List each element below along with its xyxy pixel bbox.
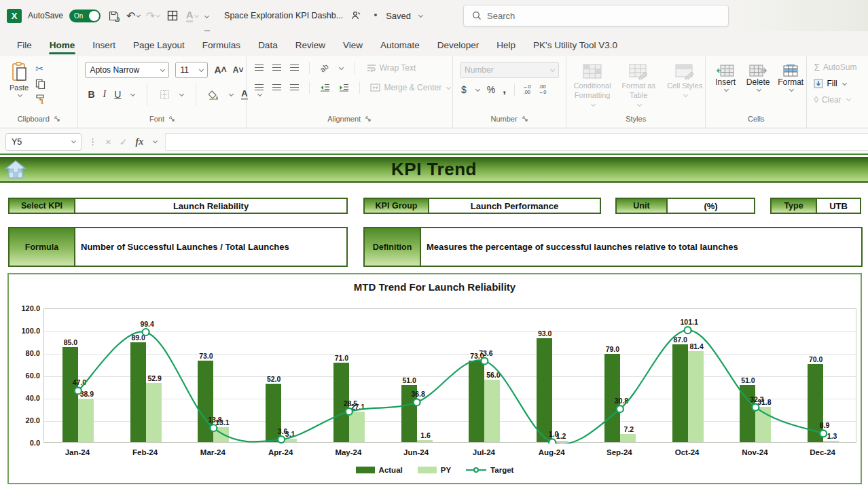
number-dialog-launcher[interactable]	[522, 115, 528, 122]
align-top-button[interactable]	[255, 65, 264, 71]
search-input[interactable]	[487, 11, 691, 21]
italic-button[interactable]: I	[103, 89, 107, 100]
x-tick-label: Jan-24	[47, 448, 108, 456]
definition-label: Definition	[365, 228, 421, 266]
insert-function-button[interactable]: fx	[136, 137, 144, 147]
tab-data[interactable]: Data	[249, 35, 287, 56]
legend-item-target: Target	[466, 466, 513, 474]
font-size-select[interactable]: 11	[175, 62, 208, 78]
paste-button[interactable]: Paste	[10, 62, 29, 98]
increase-indent-button[interactable]	[339, 84, 349, 92]
chevron-down-icon	[153, 139, 158, 143]
select-kpi-value[interactable]: Launch Reliability	[75, 199, 346, 213]
tab-pk-s-utility-tool-v3-0[interactable]: PK's Utility Tool V3.0	[524, 35, 626, 56]
quick-access-overflow-button[interactable]	[205, 14, 209, 18]
copy-button[interactable]	[35, 79, 46, 89]
save-status[interactable]: Saved	[386, 11, 411, 21]
borders-button[interactable]	[160, 90, 170, 100]
format-cells-button[interactable]: Format	[775, 65, 806, 92]
tab-review[interactable]: Review	[287, 35, 334, 56]
wrap-text-button: Wrap Text	[367, 63, 416, 73]
unit-value: (%)	[668, 199, 754, 213]
ribbon-group-editing: ΣAutoSum Fill ◊Clear	[807, 56, 868, 128]
currency-button[interactable]: $	[461, 84, 467, 95]
cancel-entry-button: ×	[105, 136, 111, 147]
cut-button[interactable]: ✂	[35, 63, 46, 74]
cells-group-label: Cells	[748, 115, 764, 123]
font-color-button: A	[185, 9, 199, 22]
clear-button: ◊Clear	[814, 94, 850, 105]
decrease-decimal-button[interactable]: .00→0	[539, 84, 547, 96]
tab-automate[interactable]: Automate	[372, 35, 429, 56]
autosave-state: On	[74, 12, 83, 20]
tab-help[interactable]: Help	[488, 35, 524, 56]
status-dot	[374, 14, 377, 16]
tab-formulas[interactable]: Formulas	[194, 35, 249, 56]
ribbon-tab-bar: FileHomeInsertPage LayoutFormulasDataRev…	[0, 31, 868, 56]
sheet-top-divider	[0, 153, 868, 155]
y-tick-label: 80.0	[10, 349, 40, 357]
toggle-knob	[89, 11, 99, 21]
clipboard-dialog-launcher[interactable]	[54, 115, 60, 122]
tab-developer[interactable]: Developer	[429, 35, 488, 56]
number-format-select: Number	[460, 62, 559, 78]
select-kpi-field: Select KPI Launch Reliability	[8, 198, 348, 214]
align-right-button[interactable]	[290, 84, 299, 91]
increase-font-button[interactable]: A˄	[214, 65, 226, 75]
name-box[interactable]: Y5	[5, 133, 82, 151]
undo-button[interactable]: ↶	[126, 9, 140, 22]
conditional-formatting-button: Conditional Formatting	[572, 63, 613, 107]
search-box[interactable]	[463, 5, 729, 26]
y-tick-label: 100.0	[10, 327, 40, 335]
ribbon-group-alignment: ab Wrap Text Merge & Center	[247, 56, 453, 128]
format-painter-button[interactable]	[35, 94, 46, 104]
home-icon[interactable]	[5, 160, 26, 180]
y-tick-label: 40.0	[10, 394, 40, 402]
format-as-table-button: Format as Table	[618, 63, 659, 107]
comma-style-button[interactable]: ,	[503, 87, 506, 93]
font-name-select[interactable]: Aptos Narrow	[85, 62, 169, 78]
borders-grid-icon[interactable]	[166, 9, 179, 22]
decrease-indent-button[interactable]	[320, 84, 330, 92]
formula-bar: Y5 ⋮ × ✓ fx	[0, 128, 868, 155]
bold-button[interactable]: B	[88, 89, 94, 100]
font-group-label: Font	[149, 115, 164, 123]
chart-title: MTD Trend For Launch Reliability	[9, 281, 861, 293]
x-tick-label: Sep-24	[589, 448, 650, 456]
align-left-button[interactable]	[255, 84, 264, 91]
tab-view[interactable]: View	[334, 35, 372, 56]
formula-input[interactable]	[165, 133, 868, 151]
chart-legend: ActualPYTarget	[9, 466, 861, 474]
fill-button[interactable]: Fill	[814, 79, 846, 88]
tab-page-layout[interactable]: Page Layout	[124, 35, 194, 56]
x-tick-label: Jun-24	[386, 448, 447, 456]
percent-button[interactable]: %	[487, 84, 495, 95]
delete-cells-button[interactable]: Delete	[742, 65, 774, 92]
decrease-font-button[interactable]: A˅	[233, 65, 244, 75]
orientation-button[interactable]: ab	[319, 62, 330, 73]
insert-cells-button[interactable]: Insert	[710, 65, 741, 92]
select-kpi-label: Select KPI	[10, 199, 75, 213]
font-dialog-launcher[interactable]	[168, 115, 175, 122]
definition-value: Measures the percentage of successful la…	[421, 228, 861, 266]
autosave-toggle[interactable]: On	[69, 10, 101, 22]
underline-button[interactable]: U	[114, 89, 121, 100]
tab-file[interactable]: File	[8, 35, 41, 56]
share-person-icon[interactable]	[349, 9, 363, 22]
save-icon[interactable]	[107, 9, 120, 22]
kpi-trend-chart[interactable]: MTD Trend For Launch Reliability 0.020.0…	[7, 273, 862, 484]
kpi-group-field: KPI Group Launch Performance	[363, 198, 601, 214]
tab-insert[interactable]: Insert	[84, 35, 124, 56]
fill-color-button[interactable]	[209, 90, 219, 100]
alignment-dialog-launcher[interactable]	[365, 115, 372, 122]
legend-item-actual: Actual	[356, 466, 403, 474]
align-middle-button[interactable]	[272, 65, 281, 71]
tab-home[interactable]: Home	[41, 35, 84, 56]
align-center-button[interactable]	[272, 84, 281, 91]
autosave-label: AutoSave	[28, 11, 63, 20]
align-bottom-button[interactable]	[290, 65, 299, 71]
document-title[interactable]: Space Exploration KPI Dashb...	[224, 11, 343, 20]
x-tick-label: Apr-24	[250, 448, 311, 456]
kpi-group-value: Launch Performance	[429, 199, 600, 213]
increase-decimal-button[interactable]: ←0.00	[523, 84, 531, 96]
